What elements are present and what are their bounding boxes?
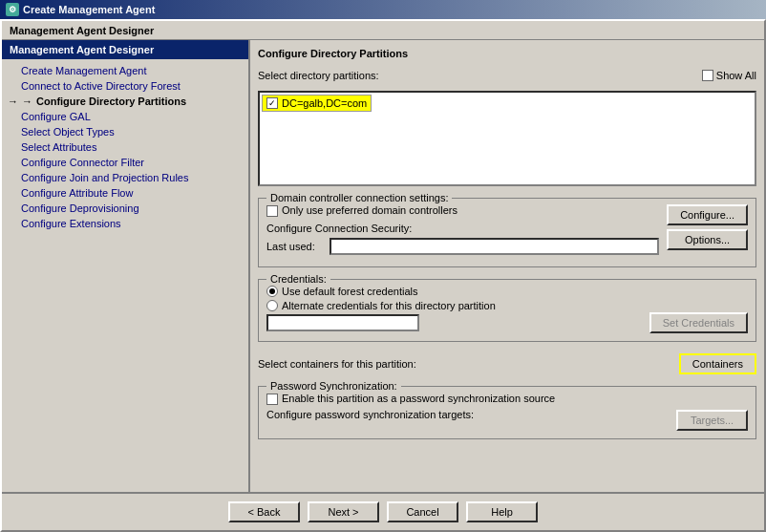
credentials-group: Credentials: Use default forest credenti… [258,279,756,342]
partition-item[interactable]: DC=galb,DC=com [262,95,372,112]
sidebar: Management Agent Designer Create Managem… [2,40,250,492]
sidebar-item-select-object-types[interactable]: Select Object Types [2,124,248,139]
back-button[interactable]: < Back [228,501,300,522]
password-sync-legend: Password Synchronization: [266,380,401,392]
domain-controller-legend: Domain controller connection settings: [266,192,452,203]
partition-checkbox[interactable] [266,97,278,109]
password-sync-right: Targets... [676,393,748,431]
sidebar-item-configure-connector-filter[interactable]: Configure Connector Filter [2,155,248,170]
password-sync-content: Enable this partition as a password sync… [266,393,748,431]
show-all-label: Show All [716,70,756,81]
containers-button[interactable]: Containers [679,353,756,374]
credentials-left: Use default forest credentials Alternate… [266,286,642,331]
alternate-creds-radio[interactable] [266,300,278,311]
set-credentials-button[interactable]: Set Credentials [649,312,748,333]
footer: < Back Next > Cancel Help [2,492,764,530]
credentials-input-row [266,314,642,331]
sidebar-item-configure-directory-partitions[interactable]: →Configure Directory Partitions [2,94,248,109]
password-sync-left: Enable this partition as a password sync… [266,393,669,424]
partition-label: DC=galb,DC=com [282,97,367,109]
containers-row: Select containers for this partition: Co… [258,353,756,374]
cancel-button[interactable]: Cancel [387,501,458,522]
title-bar-text: Create Management Agent [23,4,155,15]
last-used-input[interactable] [330,238,659,255]
configure-password-label: Configure password synchronization targe… [266,409,474,420]
only-preferred-checkbox[interactable] [266,205,278,217]
options-button[interactable]: Options... [667,229,748,250]
sidebar-item-configure-attribute-flow[interactable]: Configure Attribute Flow [2,185,248,201]
main-panel: Configure Directory Partitions Select di… [250,40,764,492]
sub-header-label: Management Agent Designer [10,25,154,36]
sub-header: Management Agent Designer [2,21,764,40]
credentials-right: Set Credentials [649,286,748,333]
panel-title: Configure Directory Partitions [258,48,756,59]
connection-security-label: Configure Connection Security: [266,223,412,234]
show-all-area: Show All [702,69,756,81]
partitions-listbox[interactable]: DC=galb,DC=com [258,91,756,186]
domain-controller-group: Domain controller connection settings: O… [258,198,756,267]
last-used-label: Last used: [266,241,324,252]
connection-security-row: Configure Connection Security: [266,223,659,234]
title-bar: ⚙ Create Management Agent [0,0,766,19]
sidebar-item-configure-extensions[interactable]: Configure Extensions [2,216,248,231]
domain-controller-content: Only use preferred domain controllers Co… [266,204,748,259]
select-containers-label: Select containers for this partition: [258,358,416,370]
enable-partition-row: Enable this partition as a password sync… [266,393,669,405]
alternate-creds-row: Alternate credentials for this directory… [266,300,642,311]
sidebar-item-configure-gal[interactable]: Configure GAL [2,109,248,124]
content-area: Management Agent Designer Create Managem… [2,40,764,492]
sidebar-item-connect-to-ad-forest[interactable]: Connect to Active Directory Forest [2,78,248,94]
use-default-row: Use default forest credentials [266,286,642,297]
partition-header: Select directory partitions: Show All [258,69,756,81]
use-default-radio[interactable] [266,286,278,297]
only-preferred-label: Only use preferred domain controllers [282,204,457,216]
sidebar-item-configure-join-projection[interactable]: Configure Join and Projection Rules [2,170,248,185]
alternate-creds-label: Alternate credentials for this directory… [282,300,496,311]
show-all-checkbox[interactable] [702,70,713,81]
sidebar-item-configure-deprovisioning[interactable]: Configure Deprovisioning [2,201,248,216]
title-bar-icon: ⚙ [6,3,19,16]
domain-controller-left: Only use preferred domain controllers Co… [266,204,659,259]
dialog: Management Agent Designer Management Age… [0,19,766,532]
credentials-legend: Credentials: [266,273,330,285]
help-button[interactable]: Help [466,501,538,522]
sidebar-item-select-attributes[interactable]: Select Attributes [2,139,248,155]
credentials-content: Use default forest credentials Alternate… [266,286,748,333]
next-button[interactable]: Next > [308,501,379,522]
partitions-label: Select directory partitions: [258,70,379,81]
configure-button[interactable]: Configure... [667,204,748,225]
domain-controller-right: Configure... Options... [667,204,748,250]
credentials-input[interactable] [266,314,419,331]
enable-partition-checkbox[interactable] [266,394,278,405]
password-sync-group: Password Synchronization: Enable this pa… [258,386,756,439]
sidebar-header: Management Agent Designer [2,40,248,59]
sidebar-item-create-management-agent[interactable]: Create Management Agent [2,63,248,78]
last-used-row: Last used: [266,238,659,255]
only-preferred-row: Only use preferred domain controllers [266,204,659,217]
targets-button[interactable]: Targets... [676,410,748,431]
configure-password-row: Configure password synchronization targe… [266,409,669,420]
use-default-label: Use default forest credentials [282,286,417,297]
enable-partition-label: Enable this partition as a password sync… [282,393,555,404]
